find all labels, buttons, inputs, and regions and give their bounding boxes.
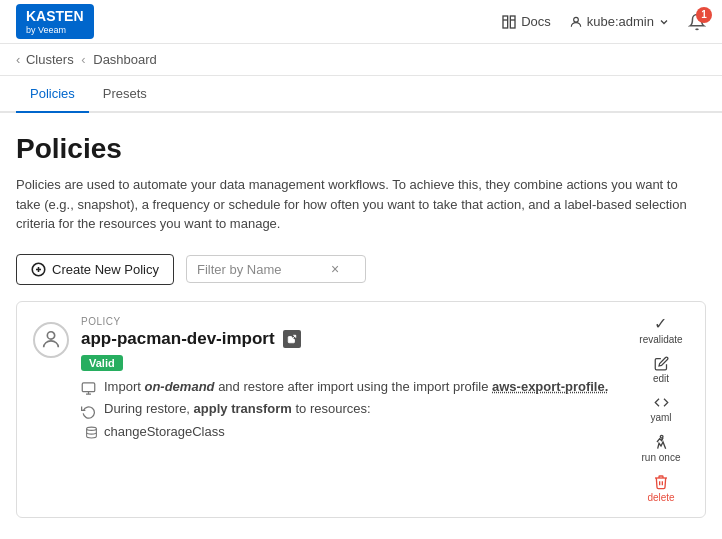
breadcrumb-dashboard[interactable]: Dashboard (93, 52, 157, 67)
delete-button[interactable]: delete (647, 473, 674, 503)
svg-rect-0 (503, 16, 508, 28)
storage-icon (85, 426, 98, 439)
user-label: kube:admin (587, 14, 654, 29)
import-action-icon (81, 381, 96, 396)
import-detail-text: Import on-demand and restore after impor… (104, 379, 608, 394)
delete-icon (653, 473, 669, 490)
transform-sub-row: changeStorageClass (85, 424, 621, 439)
import-icon (81, 380, 96, 397)
pencil-icon (654, 356, 669, 371)
policy-body: POLICY app-pacman-dev-import Valid Impor… (81, 316, 621, 440)
page-description: Policies are used to automate your data … (16, 175, 696, 234)
transform-icon (81, 402, 96, 419)
edit-icon (654, 355, 669, 371)
yaml-button[interactable]: yaml (650, 394, 671, 423)
tab-presets[interactable]: Presets (89, 76, 161, 113)
user-icon (569, 15, 583, 29)
run-once-label: run once (642, 452, 681, 463)
breadcrumb-clusters[interactable]: Clusters (26, 52, 74, 67)
breadcrumb-chevron: ‹ (16, 52, 20, 67)
logo-sub: by Veeam (26, 25, 84, 36)
import-person-icon (40, 329, 62, 351)
check-icon: ✓ (654, 316, 667, 332)
transform-sub-icon (85, 424, 98, 438)
filter-input[interactable] (197, 262, 327, 277)
chevron-down-icon (658, 16, 670, 28)
delete-label: delete (647, 492, 674, 503)
toolbar: Create New Policy × (16, 254, 706, 285)
external-link-icon (287, 334, 297, 344)
tab-policies[interactable]: Policies (16, 76, 89, 113)
svg-point-14 (660, 435, 663, 438)
run-once-icon (653, 433, 669, 450)
breadcrumb-sep: ‹ (81, 52, 85, 67)
yaml-label: yaml (650, 412, 671, 423)
yaml-icon (654, 394, 669, 410)
code-icon (654, 395, 669, 410)
svg-point-4 (573, 17, 578, 22)
revalidate-label: revalidate (639, 334, 682, 345)
transform-detail-text: During restore, apply transform to resou… (104, 401, 371, 416)
transform-item-name: changeStorageClass (104, 424, 225, 439)
transform-detail-row: During restore, apply transform to resou… (81, 401, 621, 419)
trash-icon (653, 474, 669, 490)
svg-point-13 (87, 427, 97, 430)
main-content: Policies Policies are used to automate y… (0, 113, 722, 539)
edit-button[interactable]: edit (653, 355, 669, 384)
book-icon (501, 14, 517, 30)
create-policy-label: Create New Policy (52, 262, 159, 277)
import-detail-row: Import on-demand and restore after impor… (81, 379, 621, 397)
svg-rect-1 (510, 16, 515, 28)
tabs-bar: Policies Presets (0, 76, 722, 113)
svg-rect-10 (82, 383, 95, 392)
header: KASTEN by Veeam Docs kube:admin 1 (0, 0, 722, 44)
header-right: Docs kube:admin 1 (501, 13, 706, 31)
breadcrumb: ‹ Clusters ‹ Dashboard (0, 44, 722, 76)
notification-bell[interactable]: 1 (688, 13, 706, 31)
policy-name: app-pacman-dev-import (81, 329, 275, 349)
logo: KASTEN by Veeam (16, 4, 94, 40)
edit-label: edit (653, 373, 669, 384)
policy-label-text: POLICY (81, 316, 621, 327)
policy-card: POLICY app-pacman-dev-import Valid Impor… (16, 301, 706, 518)
filter-input-wrap[interactable]: × (186, 255, 366, 283)
status-badge: Valid (81, 355, 123, 371)
policy-edit-icon[interactable] (283, 330, 301, 348)
notification-count: 1 (696, 7, 712, 23)
svg-point-8 (47, 331, 54, 338)
docs-label: Docs (521, 14, 551, 29)
policy-name-row: app-pacman-dev-import (81, 329, 621, 349)
policy-actions: ✓ revalidate edit yaml run once (633, 316, 689, 503)
create-policy-button[interactable]: Create New Policy (16, 254, 174, 285)
run-once-button[interactable]: run once (642, 433, 681, 463)
user-menu[interactable]: kube:admin (569, 14, 670, 29)
logo-main: KASTEN (26, 8, 84, 24)
docs-link[interactable]: Docs (501, 14, 551, 30)
restore-icon (81, 404, 96, 419)
filter-clear-icon[interactable]: × (331, 261, 339, 277)
person-run-icon (653, 434, 669, 450)
page-title: Policies (16, 133, 706, 165)
revalidate-button[interactable]: ✓ revalidate (639, 316, 682, 345)
plus-circle-icon (31, 262, 46, 277)
policy-avatar (33, 322, 69, 358)
